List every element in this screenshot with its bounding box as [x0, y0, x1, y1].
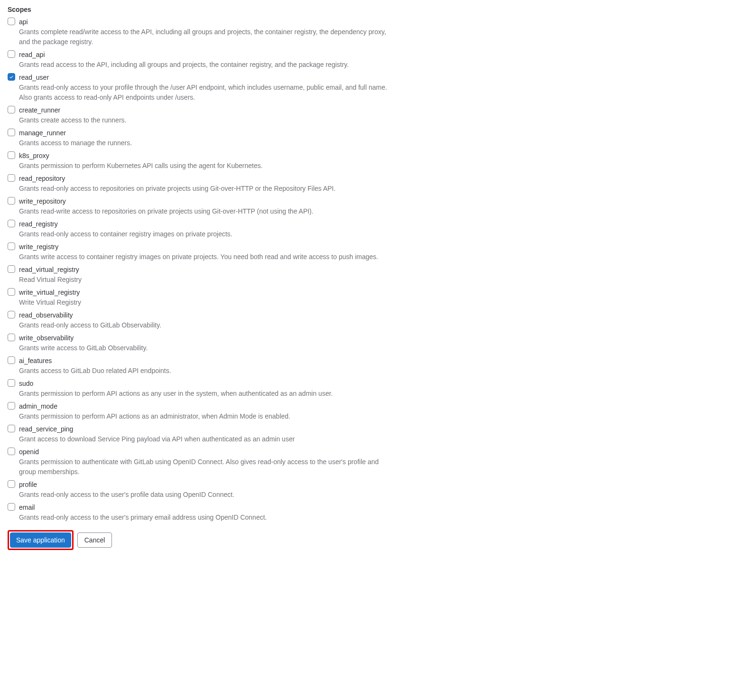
- checkbox-wrap: [8, 265, 15, 274]
- scope-text: create_runnerGrants create access to the…: [19, 105, 397, 125]
- scope-checkbox-read_user[interactable]: [8, 73, 15, 81]
- scope-item-read_service_ping: read_service_pingGrant access to downloa…: [8, 424, 397, 444]
- checkbox-wrap: [8, 128, 15, 138]
- scope-text: read_observabilityGrants read-only acces…: [19, 310, 397, 330]
- scope-checkbox-api[interactable]: [8, 18, 15, 25]
- scope-name-label[interactable]: write_repository: [19, 196, 397, 206]
- checkbox-wrap: [8, 480, 15, 489]
- scope-text: openidGrants permission to authenticate …: [19, 447, 397, 477]
- scope-item-read_registry: read_registryGrants read-only access to …: [8, 219, 397, 239]
- scope-item-write_observability: write_observabilityGrants write access t…: [8, 333, 397, 353]
- checkbox-wrap: [8, 401, 15, 411]
- scope-name-label[interactable]: admin_mode: [19, 401, 397, 411]
- scope-checkbox-admin_mode[interactable]: [8, 402, 15, 410]
- scope-item-api: apiGrants complete read/write access to …: [8, 17, 397, 47]
- scope-checkbox-read_registry[interactable]: [8, 220, 15, 227]
- scope-checkbox-openid[interactable]: [8, 448, 15, 455]
- cancel-button[interactable]: Cancel: [77, 532, 112, 548]
- scope-checkbox-email[interactable]: [8, 503, 15, 511]
- scope-checkbox-write_observability[interactable]: [8, 334, 15, 341]
- scope-checkbox-sudo[interactable]: [8, 379, 15, 387]
- scope-name-label[interactable]: write_virtual_registry: [19, 288, 397, 298]
- scope-item-k8s_proxy: k8s_proxyGrants permission to perform Ku…: [8, 151, 397, 171]
- scope-checkbox-create_runner[interactable]: [8, 106, 15, 113]
- scope-checkbox-write_virtual_registry[interactable]: [8, 288, 15, 296]
- scope-description: Grant access to download Service Ping pa…: [19, 434, 397, 444]
- scope-description: Read Virtual Registry: [19, 275, 397, 285]
- checkbox-wrap: [8, 174, 15, 183]
- scope-description: Grants read-only access to GitLab Observ…: [19, 320, 397, 330]
- scope-text: read_apiGrants read access to the API, i…: [19, 50, 397, 70]
- scope-name-label[interactable]: create_runner: [19, 105, 397, 115]
- scope-name-label[interactable]: read_repository: [19, 174, 397, 184]
- scope-checkbox-write_repository[interactable]: [8, 197, 15, 205]
- scope-name-label[interactable]: read_service_ping: [19, 424, 397, 434]
- scope-name-label[interactable]: read_virtual_registry: [19, 265, 397, 275]
- scope-text: ai_featuresGrants access to GitLab Duo r…: [19, 356, 397, 376]
- checkbox-wrap: [8, 288, 15, 297]
- scope-checkbox-profile[interactable]: [8, 480, 15, 488]
- scope-checkbox-read_virtual_registry[interactable]: [8, 265, 15, 273]
- scope-name-label[interactable]: api: [19, 17, 397, 27]
- checkbox-wrap: [8, 50, 15, 59]
- scope-description: Grants create access to the runners.: [19, 115, 397, 125]
- save-button-highlight: Save application: [8, 530, 74, 550]
- checkbox-wrap: [8, 503, 15, 512]
- checkbox-wrap: [8, 17, 15, 27]
- scope-name-label[interactable]: ai_features: [19, 356, 397, 366]
- scope-checkbox-k8s_proxy[interactable]: [8, 151, 15, 159]
- scopes-list: apiGrants complete read/write access to …: [8, 17, 397, 523]
- scope-name-label[interactable]: k8s_proxy: [19, 151, 397, 161]
- scope-description: Grants permission to perform API actions…: [19, 411, 397, 421]
- scope-text: admin_modeGrants permission to perform A…: [19, 401, 397, 421]
- save-application-button[interactable]: Save application: [10, 532, 71, 548]
- checkbox-wrap: [8, 379, 15, 388]
- scope-description: Grants read-only access to container reg…: [19, 229, 397, 239]
- scope-name-label[interactable]: manage_runner: [19, 128, 397, 138]
- scope-checkbox-ai_features[interactable]: [8, 356, 15, 364]
- scope-description: Grants permission to perform API actions…: [19, 389, 397, 399]
- scope-checkbox-read_repository[interactable]: [8, 174, 15, 182]
- scope-text: read_registryGrants read-only access to …: [19, 219, 397, 239]
- scope-text: manage_runnerGrants access to manage the…: [19, 128, 397, 148]
- scope-description: Write Virtual Registry: [19, 298, 397, 308]
- scope-description: Grants read-write access to repositories…: [19, 206, 397, 216]
- scope-name-label[interactable]: profile: [19, 480, 397, 490]
- scope-item-sudo: sudoGrants permission to perform API act…: [8, 379, 397, 399]
- scope-name-label[interactable]: write_registry: [19, 242, 397, 252]
- scope-checkbox-write_registry[interactable]: [8, 243, 15, 250]
- scope-name-label[interactable]: openid: [19, 447, 397, 457]
- checkbox-wrap: [8, 424, 15, 434]
- checkbox-wrap: [8, 196, 15, 206]
- scope-name-label[interactable]: email: [19, 503, 397, 513]
- scope-text: write_virtual_registryWrite Virtual Regi…: [19, 288, 397, 308]
- scope-description: Grants read-only access to the user's pr…: [19, 490, 397, 500]
- scope-name-label[interactable]: read_user: [19, 73, 397, 83]
- scope-checkbox-read_api[interactable]: [8, 50, 15, 58]
- scope-text: profileGrants read-only access to the us…: [19, 480, 397, 500]
- scope-item-read_virtual_registry: read_virtual_registryRead Virtual Regist…: [8, 265, 397, 285]
- scope-item-read_user: read_userGrants read-only access to your…: [8, 73, 397, 103]
- scope-text: apiGrants complete read/write access to …: [19, 17, 397, 47]
- checkbox-wrap: [8, 151, 15, 160]
- scope-item-create_runner: create_runnerGrants create access to the…: [8, 105, 397, 125]
- scope-description: Grants access to GitLab Duo related API …: [19, 366, 397, 376]
- scope-checkbox-manage_runner[interactable]: [8, 129, 15, 136]
- checkbox-wrap: [8, 356, 15, 365]
- scope-name-label[interactable]: write_observability: [19, 333, 397, 343]
- scope-name-label[interactable]: sudo: [19, 379, 397, 389]
- checkbox-wrap: [8, 310, 15, 320]
- scope-checkbox-read_observability[interactable]: [8, 311, 15, 318]
- form-actions: Save application Cancel: [8, 530, 397, 550]
- scope-checkbox-read_service_ping[interactable]: [8, 425, 15, 432]
- scope-name-label[interactable]: read_observability: [19, 310, 397, 320]
- scope-text: write_repositoryGrants read-write access…: [19, 196, 397, 216]
- scope-name-label[interactable]: read_api: [19, 50, 397, 60]
- scope-description: Grants access to manage the runners.: [19, 138, 397, 148]
- checkbox-wrap: [8, 105, 15, 115]
- scope-text: write_observabilityGrants write access t…: [19, 333, 397, 353]
- checkbox-wrap: [8, 333, 15, 343]
- scopes-heading: Scopes: [8, 6, 397, 13]
- scope-name-label[interactable]: read_registry: [19, 219, 397, 229]
- scope-item-read_api: read_apiGrants read access to the API, i…: [8, 50, 397, 70]
